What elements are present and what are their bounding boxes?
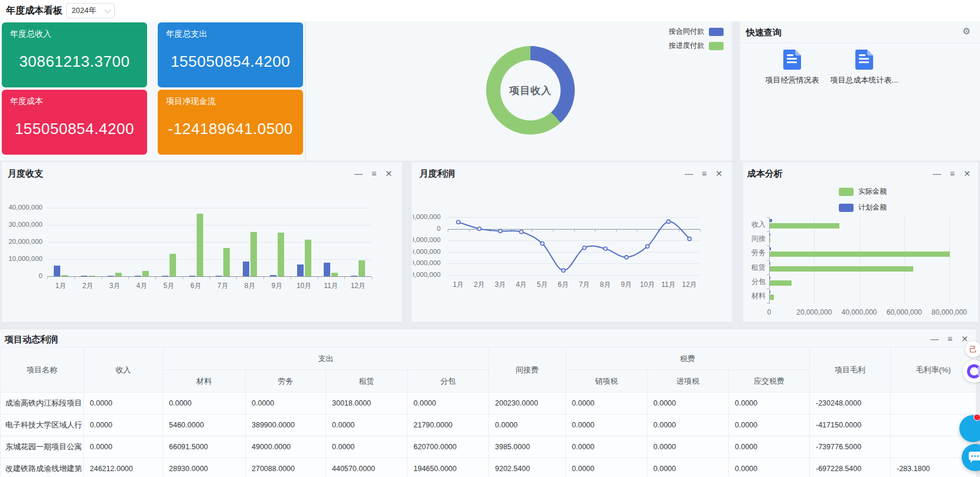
project-income-donut-chart: 项目收入按合同付款按进度付款 — [306, 21, 732, 161]
y-axis-tick-label: -20,000,000 — [413, 248, 441, 256]
chevron-down-icon — [105, 6, 111, 13]
x-axis-tick-label: 1月 — [49, 281, 73, 291]
expense-bar — [115, 273, 122, 276]
legend-swatch-icon — [839, 188, 854, 196]
x-axis-tick-label: 5月 — [157, 281, 181, 291]
close-button[interactable]: ✕ — [961, 335, 968, 343]
table-row[interactable]: 东城花园一期项目公寓0.000066091.500049000.00000.00… — [1, 436, 976, 458]
axis-tick — [616, 230, 617, 232]
minimize-button[interactable]: — — [930, 335, 939, 343]
value-cell: 0.0000 — [566, 393, 647, 414]
plan-bar — [770, 262, 770, 265]
value-cell: 440570.0000 — [326, 458, 408, 477]
y-axis-tick-label: 30,000,000 — [2, 221, 43, 228]
monthly-profit-panel: 月度利润 — ≡ ✕ 10,000,0000-10,000,000-20,000… — [412, 162, 732, 322]
value-cell: 0.0000 — [729, 414, 810, 436]
project-profit-table: 项目名称收入支出间接费税费项目毛利毛利率(%)材料劳务租赁分包销项税进项税应交税… — [0, 347, 976, 477]
x-axis-tick-label: 11月 — [657, 280, 681, 290]
axis-tick — [767, 231, 769, 232]
column-header: 项目毛利 — [810, 348, 891, 393]
x-axis-tick-label: 8月 — [594, 280, 617, 290]
kpi-card-label: 年度成本 — [2, 90, 147, 107]
y-axis-tick-label: -30,000,000 — [413, 259, 441, 267]
value-cell: 389900.0000 — [246, 414, 326, 436]
value-cell: -739776.5000 — [810, 436, 891, 458]
legend-item[interactable]: 实际金额 — [839, 187, 887, 197]
x-axis-tick-label: 1月 — [447, 280, 470, 290]
expense-bar — [223, 248, 230, 276]
project-profit-title: 项目动态利润 — [5, 334, 58, 345]
kpi-card[interactable]: 年度总收入30861213.3700 — [2, 22, 147, 87]
value-cell: 0.0000 — [566, 436, 647, 458]
value-cell: 0.0000 — [163, 393, 246, 414]
quick-query-item[interactable]: 项目经营情况表 — [751, 50, 834, 86]
expense-bar — [89, 276, 95, 276]
gridline — [47, 242, 372, 243]
value-cell: 620700.0000 — [408, 436, 489, 458]
x-axis-tick-label: 8月 — [238, 281, 262, 291]
cost-analysis-panel: 成本分析 — ≡ ✕ 实际金额计划金额020,000,00040,000,000… — [743, 162, 978, 322]
x-axis-tick-label: 5月 — [530, 280, 554, 290]
table-row[interactable]: 改建铁路成渝线增建第246212.000028930.0000270088.00… — [1, 458, 976, 477]
axis-tick — [767, 246, 769, 246]
kpi-card[interactable]: 年度成本155050854.4200 — [2, 90, 147, 155]
income-bar — [54, 266, 60, 276]
axis-tick — [637, 230, 637, 232]
axis-tick — [490, 230, 490, 232]
legend-item[interactable]: 按进度付款 — [669, 41, 724, 51]
gridline — [814, 217, 815, 304]
quick-query-item[interactable]: 项目总成本统计表... — [823, 50, 906, 86]
table-row[interactable]: 成渝高铁内江标段项目0.00000.00000.000030018.00000.… — [1, 393, 976, 414]
menu-button[interactable]: ≡ — [948, 335, 952, 343]
axis-tick — [574, 230, 575, 232]
axis-tick — [183, 277, 183, 279]
kpi-card-label: 年度总支出 — [158, 22, 303, 40]
legend-label: 按进度付款 — [669, 41, 704, 51]
value-cell: 0.0000 — [246, 393, 326, 414]
legend-item[interactable]: 按合同付款 — [669, 27, 724, 37]
value-cell: 194650.0000 — [408, 458, 489, 477]
plan-bar — [770, 247, 771, 250]
menu-button[interactable]: ≡ — [372, 169, 376, 178]
x-axis-tick-label: 11月 — [319, 281, 343, 291]
axis-tick — [700, 230, 701, 232]
close-button[interactable]: ✕ — [385, 169, 392, 178]
kpi-card[interactable]: 项目净现金流-124189641.0500 — [158, 90, 303, 155]
panel-controls: — ≡ ✕ — [685, 169, 722, 178]
value-cell: -230248.0000 — [810, 393, 891, 414]
legend-item[interactable]: 计划金额 — [839, 202, 887, 213]
axis-tick — [372, 277, 372, 279]
close-button[interactable]: ✕ — [715, 169, 722, 178]
category-label: 劳务 — [743, 248, 766, 258]
menu-button[interactable]: ≡ — [702, 169, 706, 178]
table-row[interactable]: 电子科技大学区域人行0.00005460.0000389900.00000.00… — [1, 414, 976, 436]
value-cell: 0.0000 — [647, 458, 729, 477]
minimize-button[interactable]: — — [685, 169, 693, 178]
x-axis-tick-label: 2月 — [76, 281, 100, 291]
x-axis-tick-label: 6月 — [552, 280, 575, 290]
close-button[interactable]: ✕ — [963, 169, 971, 178]
axis-tick — [448, 230, 448, 232]
value-cell: 270088.0000 — [246, 458, 326, 477]
income-bar — [270, 275, 276, 276]
minimize-button[interactable]: — — [933, 169, 941, 178]
gear-icon[interactable]: ⚙ — [963, 26, 971, 37]
actual-bar — [770, 251, 950, 257]
monthly-profit-title: 月度利润 — [419, 168, 455, 179]
gridline — [904, 217, 905, 304]
column-subheader: 分包 — [408, 370, 489, 393]
kpi-card[interactable]: 年度总支出155050854.4200 — [158, 22, 303, 87]
expense-bar — [170, 254, 176, 276]
x-axis-tick-label: 80,000,000 — [927, 308, 972, 316]
menu-button[interactable]: ≡ — [950, 169, 955, 178]
axis-tick — [532, 230, 532, 232]
expense-bar — [278, 233, 284, 276]
value-cell: 0.0000 — [326, 414, 408, 436]
profit-line — [412, 162, 732, 322]
minimize-button[interactable]: — — [354, 169, 363, 178]
floating-widget-icon[interactable]: 己 — [965, 341, 980, 357]
chat-bubble-icon — [969, 452, 980, 460]
value-cell: 5460.0000 — [163, 414, 246, 436]
value-cell: 0.0000 — [647, 414, 729, 436]
year-select[interactable]: 2024年 — [66, 3, 115, 18]
